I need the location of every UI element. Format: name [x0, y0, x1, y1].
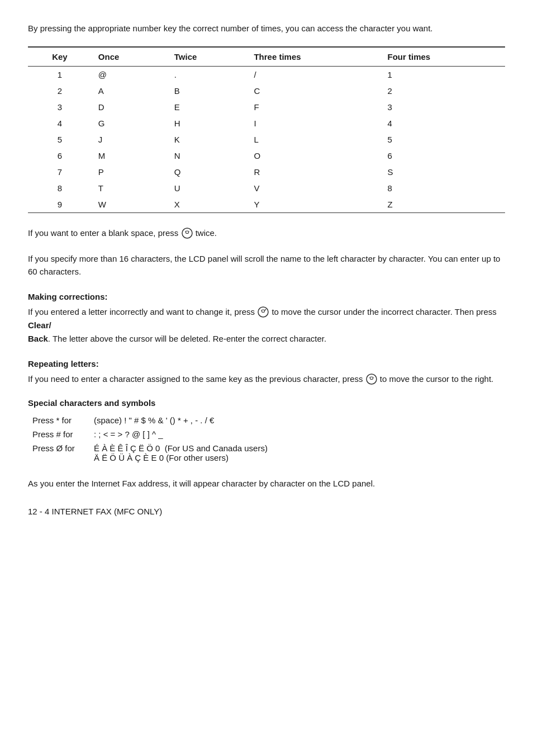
table-cell: U	[168, 180, 248, 196]
character-table: Key Once Twice Three times Four times 1@…	[28, 46, 505, 213]
table-cell: N	[168, 148, 248, 164]
table-row: 4GHI4	[28, 115, 505, 131]
table-cell: K	[168, 131, 248, 148]
making-corrections-heading: Making corrections:	[28, 290, 505, 303]
repeating-letters-text-before: If you need to enter a character assigne…	[28, 374, 363, 384]
table-cell: 8	[28, 180, 92, 196]
table-cell: B	[168, 83, 248, 99]
table-cell: 7	[28, 164, 92, 180]
special-value-zero: É À È Ê Î Ç Ë Ö 0 (For US and Canada use…	[89, 441, 505, 465]
making-corrections-section: Making corrections: If you entered a let…	[28, 290, 505, 345]
table-cell: 1	[380, 66, 505, 83]
special-row-star: Press * for (space) ! " # $ % & ' () * +…	[28, 413, 505, 427]
table-cell: D	[92, 99, 168, 115]
table-cell: X	[168, 196, 248, 213]
table-cell: @	[92, 66, 168, 83]
table-cell: G	[92, 115, 168, 131]
special-value-star: (space) ! " # $ % & ' () * + , - . / €	[89, 413, 505, 427]
making-corrections-text-before: If you entered a letter incorrectly and …	[28, 307, 255, 316]
scroll-section: If you specify more than 16 characters, …	[28, 252, 505, 278]
table-cell: 9	[28, 196, 92, 213]
making-corrections-text-after: . The letter above the cursor will be de…	[48, 334, 326, 343]
col-header-four: Four times	[380, 47, 505, 67]
special-value-hash: : ; < = > ? @ [ ] ^ _	[89, 427, 505, 441]
scroll-text: If you specify more than 16 characters, …	[28, 254, 500, 276]
special-row-hash: Press # for : ; < = > ? @ [ ] ^ _	[28, 427, 505, 441]
table-row: 5JKL5	[28, 131, 505, 148]
special-chars-section: Special characters and symbols Press * f…	[28, 398, 505, 465]
table-cell: 3	[380, 99, 505, 115]
table-row: 8TUV8	[28, 180, 505, 196]
table-cell: J	[92, 131, 168, 148]
page-footer: 12 - 4 INTERNET FAX (MFC ONLY)	[28, 507, 505, 516]
table-cell: 5	[28, 131, 92, 148]
col-header-twice: Twice	[168, 47, 248, 67]
special-label-hash: Press # for	[28, 427, 89, 441]
special-label-zero: Press Ø for	[28, 441, 89, 465]
intro-paragraph: By pressing the appropriate number key t…	[28, 22, 505, 35]
table-cell: 4	[28, 115, 92, 131]
table-cell: I	[247, 115, 380, 131]
special-row-zero: Press Ø for É À È Ê Î Ç Ë Ö 0 (For US an…	[28, 441, 505, 465]
table-cell: F	[247, 99, 380, 115]
special-chars-table: Press * for (space) ! " # $ % & ' () * +…	[28, 413, 505, 465]
col-header-key: Key	[28, 47, 92, 67]
table-cell: S	[380, 164, 505, 180]
table-cell: W	[92, 196, 168, 213]
special-label-star: Press * for	[28, 413, 89, 427]
table-row: 3DEF3	[28, 99, 505, 115]
table-row: 7PQRS	[28, 164, 505, 180]
table-cell: H	[168, 115, 248, 131]
table-cell: 2	[28, 83, 92, 99]
table-cell: L	[247, 131, 380, 148]
table-cell: Q	[168, 164, 248, 180]
table-cell: 3	[28, 99, 92, 115]
repeating-letters-section: Repeating letters: If you need to enter …	[28, 357, 505, 386]
table-cell: A	[92, 83, 168, 99]
table-cell: P	[92, 164, 168, 180]
table-cell: M	[92, 148, 168, 164]
repeating-letters-heading: Repeating letters:	[28, 357, 505, 370]
table-row: 2ABC2	[28, 83, 505, 99]
blank-space-section: If you want to enter a blank space, pres…	[28, 226, 505, 240]
table-row: 9WXYZ	[28, 196, 505, 213]
col-header-three: Three times	[247, 47, 380, 67]
table-cell: .	[168, 66, 248, 83]
blank-space-text-after: twice.	[196, 228, 217, 238]
table-cell: /	[247, 66, 380, 83]
table-cell: C	[247, 83, 380, 99]
table-cell: 1	[28, 66, 92, 83]
special-chars-heading: Special characters and symbols	[28, 398, 505, 408]
svg-line-2	[265, 309, 266, 310]
repeating-letters-text-after: to move the cursor to the right.	[380, 374, 493, 384]
table-cell: 6	[28, 148, 92, 164]
table-cell: Y	[247, 196, 380, 213]
making-corrections-text-middle: to move the cursor under the incorrect c…	[272, 307, 496, 316]
table-row: 6MNO6	[28, 148, 505, 164]
table-cell: O	[247, 148, 380, 164]
phone-icon-repeating	[365, 373, 378, 385]
table-cell: T	[92, 180, 168, 196]
closing-text: As you enter the Internet Fax address, i…	[28, 477, 505, 490]
table-cell: 6	[380, 148, 505, 164]
phone-icon-corrections	[257, 306, 269, 318]
table-cell: Z	[380, 196, 505, 213]
table-cell: 8	[380, 180, 505, 196]
table-cell: 2	[380, 83, 505, 99]
table-cell: 4	[380, 115, 505, 131]
phone-icon-blank	[181, 227, 193, 239]
table-cell: V	[247, 180, 380, 196]
table-row: 1@./1	[28, 66, 505, 83]
col-header-once: Once	[92, 47, 168, 67]
table-cell: R	[247, 164, 380, 180]
table-cell: E	[168, 99, 248, 115]
blank-space-text-before: If you want to enter a blank space, pres…	[28, 228, 178, 238]
table-cell: 5	[380, 131, 505, 148]
